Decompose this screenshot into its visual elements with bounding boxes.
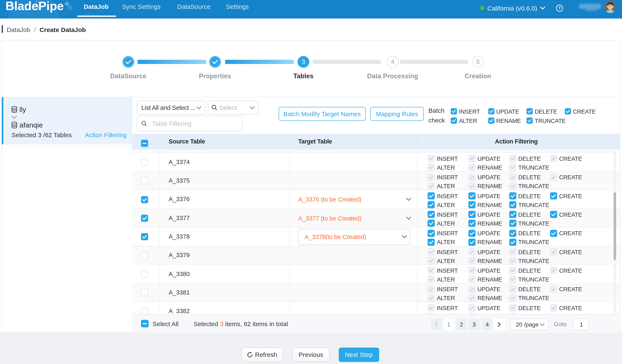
svg-text:?: ?: [558, 5, 561, 10]
